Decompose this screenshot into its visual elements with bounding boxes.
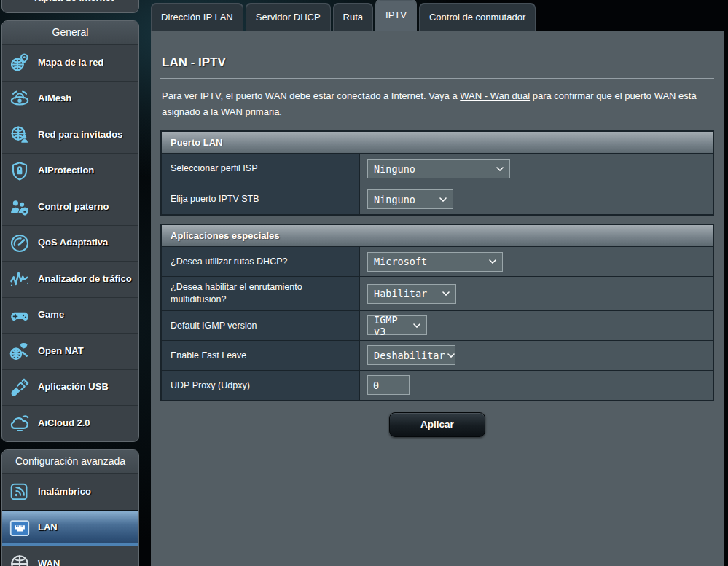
table-row: Elija puerto IPTV STB Ninguno <box>162 184 713 214</box>
select-value: Ninguno <box>374 194 415 205</box>
chevron-down-icon <box>439 197 447 202</box>
iptv-settings-panel: LAN - IPTV Para ver IPTV, el puerto WAN … <box>151 31 724 566</box>
chevron-down-icon <box>447 353 455 358</box>
description-text: Para ver IPTV, el puerto WAN debe estar … <box>162 90 460 101</box>
apply-button[interactable]: Aplicar <box>389 412 485 437</box>
sidebar-item-label: LAN <box>38 522 58 533</box>
sidebar-item-aiprotection[interactable]: AiProtection <box>2 153 138 189</box>
aimesh-icon <box>8 87 31 111</box>
tab-bar: Dirección IP LAN Servidor DHCP Ruta IPTV… <box>151 0 724 31</box>
sidebar-item-quick-internet-setup-clipped[interactable]: rápida de Internet <box>1 0 139 13</box>
table-row: ¿Desea utilizar rutas DHCP? Microsoft <box>162 247 713 277</box>
open-nat-icon <box>8 339 31 363</box>
sidebar-item-label: AiProtection <box>38 165 94 176</box>
dhcp-routes-select[interactable]: Microsoft <box>367 252 503 272</box>
sidebar-item-label: Inalámbrico <box>38 487 91 498</box>
isp-profile-select[interactable]: Ninguno <box>367 159 510 178</box>
field-value-cell: Deshabilitar <box>360 341 713 370</box>
sidebar-item-label: QoS Adaptativa <box>38 237 108 248</box>
chevron-down-icon <box>442 291 450 296</box>
field-label: Seleccionar perfil ISP <box>162 154 360 184</box>
sidebar-item-usb-application[interactable]: Aplicación USB <box>2 369 138 406</box>
parental-control-icon <box>8 195 31 219</box>
lan-port-section: Puerto LAN Seleccionar perfil ISP Ningun… <box>160 130 714 216</box>
title-divider <box>160 78 714 79</box>
sidebar-item-label: Control paterno <box>38 202 109 213</box>
sidebar-item-label: Mapa de la red <box>38 58 103 68</box>
table-row: UDP Proxy (Udpxy) <box>162 371 713 400</box>
sidebar-item-open-nat[interactable]: Open NAT <box>2 333 138 369</box>
chevron-down-icon <box>489 259 496 264</box>
guest-network-icon <box>8 123 31 146</box>
speedometer-icon <box>8 232 31 255</box>
sidebar-item-label: rápida de Internet <box>2 0 138 13</box>
chevron-down-icon <box>413 323 420 328</box>
special-applications-section: Aplicaciones especiales ¿Desea utilizar … <box>160 224 714 401</box>
multicast-routing-select[interactable]: Habilitar <box>367 284 456 304</box>
chevron-down-icon <box>496 167 504 171</box>
sidebar-item-adaptive-qos[interactable]: QoS Adaptativa <box>2 225 138 262</box>
wan-dual-link[interactable]: WAN - Wan dual <box>460 90 530 101</box>
tab-switch-control[interactable]: Control de conmutador <box>419 3 536 31</box>
sidebar-item-traffic-analyzer[interactable]: Analizador de tráfico <box>2 261 138 297</box>
sidebar-item-aimesh[interactable]: AiMesh <box>2 81 138 117</box>
sidebar-section-general: General Mapa de la red <box>1 20 139 442</box>
field-label: Elija puerto IPTV STB <box>162 184 360 214</box>
sidebar-item-lan[interactable]: LAN <box>2 510 138 546</box>
network-map-icon <box>8 51 31 74</box>
cloud-icon <box>8 412 31 435</box>
sidebar-section-title: Configuración avanzada <box>2 450 138 473</box>
sidebar-item-wan[interactable]: WAN <box>2 546 138 566</box>
page-description: Para ver IPTV, el puerto WAN debe estar … <box>162 88 713 120</box>
table-row: Default IGMP version IGMP v3 <box>162 311 713 341</box>
field-label: UDP Proxy (Udpxy) <box>162 371 360 400</box>
table-row: Enable Fast Leave Deshabilitar <box>162 341 713 371</box>
select-value: IGMP v3 <box>374 314 411 337</box>
tab-dhcp-server[interactable]: Servidor DHCP <box>246 3 331 31</box>
sidebar-section-title: General <box>2 21 138 44</box>
gamepad-icon <box>8 304 31 327</box>
sidebar-item-label: Analizador de tráfico <box>38 274 132 285</box>
tab-route[interactable]: Ruta <box>333 3 373 31</box>
sidebar-item-label: AiMesh <box>38 93 71 104</box>
sidebar-item-network-map[interactable]: Mapa de la red <box>2 44 138 81</box>
sidebar-item-guest-network[interactable]: Red para invitados <box>2 117 138 153</box>
select-value: Ninguno <box>374 163 415 175</box>
table-row: Seleccionar perfil ISP Ninguno <box>162 154 713 184</box>
field-value-cell: IGMP v3 <box>360 311 713 340</box>
traffic-waveform-icon <box>8 267 31 291</box>
wireless-icon <box>8 480 31 503</box>
sidebar-section-advanced: Configuración avanzada Inalámbrico LAN <box>1 449 139 566</box>
field-value-cell <box>360 371 713 400</box>
sidebar-item-label: WAN <box>38 559 60 566</box>
igmp-version-select[interactable]: IGMP v3 <box>367 315 427 335</box>
tab-lan-ip-address[interactable]: Dirección IP LAN <box>151 3 243 31</box>
field-label: Enable Fast Leave <box>162 341 360 370</box>
tab-iptv[interactable]: IPTV <box>375 0 417 31</box>
lan-port-icon <box>8 516 31 540</box>
field-value-cell: Habilitar <box>360 277 713 310</box>
usb-stick-icon <box>8 376 31 399</box>
sidebar-item-game[interactable]: Game <box>2 297 138 334</box>
shield-lock-icon <box>8 160 31 183</box>
table-row: ¿Desea habilitar el enrutamiento multidi… <box>162 277 713 311</box>
main-content: Dirección IP LAN Servidor DHCP Ruta IPTV… <box>151 0 724 566</box>
field-value-cell: Ninguno <box>360 184 713 214</box>
field-value-cell: Microsoft <box>360 247 713 276</box>
iptv-stb-port-select[interactable]: Ninguno <box>367 189 453 209</box>
select-value: Habilitar <box>374 288 427 299</box>
field-label: Default IGMP version <box>162 311 360 340</box>
sidebar-item-aicloud[interactable]: AiCloud 2.0 <box>2 405 138 441</box>
sidebar-item-wireless[interactable]: Inalámbrico <box>2 473 138 510</box>
wan-globe-icon <box>8 552 31 566</box>
sidebar-item-parental-control[interactable]: Control paterno <box>2 189 138 225</box>
fast-leave-select[interactable]: Deshabilitar <box>367 345 455 365</box>
sidebar-item-label: Game <box>38 310 64 321</box>
page-title: LAN - IPTV <box>162 55 713 70</box>
udp-proxy-input[interactable] <box>367 375 410 395</box>
field-label: ¿Desea habilitar el enrutamiento multidi… <box>162 277 360 310</box>
field-label: ¿Desea utilizar rutas DHCP? <box>162 247 360 276</box>
select-value: Microsoft <box>374 256 427 267</box>
sidebar-item-label: AiCloud 2.0 <box>38 418 90 429</box>
section-header: Aplicaciones especiales <box>162 225 713 247</box>
